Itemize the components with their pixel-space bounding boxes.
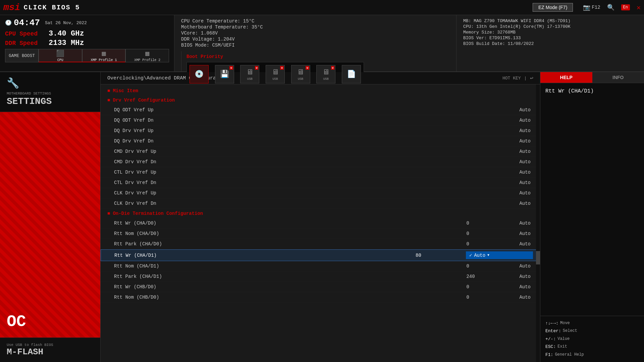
- dq-drv-up-row[interactable]: DQ Drv Vref Up Auto: [101, 126, 540, 136]
- language-selector[interactable]: En: [621, 4, 630, 10]
- cpu-icon: ⬛: [56, 49, 64, 58]
- ez-mode-button[interactable]: EZ Mode (F7): [533, 3, 573, 12]
- dq-drv-dn-row[interactable]: DQ Drv Vref Dn Auto: [101, 136, 540, 146]
- cmd-drv-dn-row[interactable]: CMD Drv Vref Dn Auto: [101, 157, 540, 167]
- oc-background: [0, 112, 100, 338]
- key-value: +/-: Value: [545, 335, 639, 343]
- breadcrumb: Overclocking\Advanced DRAM Configuration: [107, 75, 228, 81]
- rtt-wr-chb-d0-row[interactable]: Rtt Wr (CHB/D0) 0 Auto: [101, 282, 540, 292]
- bios-date-line: BIOS Build Date: 11/08/2022: [463, 41, 637, 46]
- help-panel: HELP INFO Rtt Wr (CHA/D1) ↑↓←→: Move Ent…: [540, 72, 644, 362]
- usb4-icon: 🖥: [322, 68, 330, 77]
- dq-odt-up-row[interactable]: DQ ODT Vref Up Auto: [101, 105, 540, 115]
- auto-dropdown[interactable]: ✓ Auto ▼: [466, 251, 533, 259]
- dropdown-checkmark: ✓: [469, 252, 472, 258]
- mb-info-line: MB: MAG Z790 TOMAHAWK WIFI DDR4 (MS-7D91…: [463, 18, 637, 23]
- cpu-speed-label: CPU Speed: [5, 31, 45, 37]
- xmp1-profile-button[interactable]: ▦ XMP Profile 1: [82, 49, 126, 62]
- close-icon[interactable]: ✕: [637, 3, 641, 12]
- scrollbar[interactable]: [536, 84, 540, 362]
- right-info-panel: MB: MAG Z790 TOMAHAWK WIFI DDR4 (MS-7D91…: [456, 15, 644, 71]
- cpu-speed-value: 3.40 GHz: [49, 29, 84, 38]
- settings-icon: 🔧: [7, 77, 94, 89]
- file-icon: 📄: [347, 70, 356, 79]
- cpu-profile-button[interactable]: ⬛ CPU: [39, 49, 82, 62]
- boot-device-file[interactable]: 📄: [342, 65, 361, 83]
- rtt-park-cha-d1-row[interactable]: Rtt Park (CHA/D1) 240 Auto: [101, 272, 540, 282]
- ddr-speed-value: 2133 MHz: [49, 39, 84, 47]
- boot-device-dvd[interactable]: 💿: [190, 65, 209, 83]
- rtt-nom-cha-d1-row[interactable]: Rtt Nom (CHA/D1) 0 Auto: [101, 261, 540, 272]
- dvd-icon: 💿: [195, 70, 204, 79]
- sidebar: 🔧 Motherboard settings SETTINGS OC Use U…: [0, 72, 101, 362]
- drv-section-header[interactable]: ■ Drv Vref Configuration: [101, 96, 540, 105]
- cpu-speed-row: CPU Speed 3.40 GHz: [5, 29, 169, 38]
- scroll-thumb[interactable]: [536, 251, 540, 264]
- cpu-info-line: CPU: 13th Gen Intel(R) Core(TM) i7-13700…: [463, 24, 637, 29]
- sidebar-item-mflash[interactable]: Use USB to flash BIOS M-FLASH: [0, 338, 100, 362]
- key-move: ↑↓←→: Move: [545, 319, 639, 327]
- cmd-drv-up-row[interactable]: CMD Drv Vref Up Auto: [101, 146, 540, 157]
- game-boost-label: GAME BOOST: [5, 49, 39, 62]
- key-enter: Enter: Select: [545, 327, 639, 335]
- misc-section-header[interactable]: ■ Misc Item: [101, 86, 540, 96]
- xmp2-profile-button[interactable]: ▦ XMP Profile 2: [125, 49, 169, 62]
- screenshot-icon[interactable]: 📷 F12: [583, 4, 600, 11]
- ctl-drv-dn-row[interactable]: CTL Drv Vref Dn Auto: [101, 178, 540, 188]
- top-right-controls: 📷 F12 🔍 En ✕: [583, 3, 641, 12]
- clk-drv-up-row[interactable]: CLK Drv Vref Up Auto: [101, 188, 540, 198]
- sidebar-item-settings[interactable]: 🔧 Motherboard settings SETTINGS: [0, 72, 100, 112]
- dq-odt-dn-row[interactable]: DQ ODT Vref Dn Auto: [101, 115, 540, 126]
- time-row: 🕐 04:47 Sat 26 Nov, 2022: [5, 18, 169, 28]
- xmp1-icon: ▦: [102, 49, 106, 58]
- top-bar: msi CLICK BIOS 5 EZ Mode (F7) 📷 F12 🔍 En…: [0, 0, 644, 15]
- xmp2-icon: ▦: [145, 49, 149, 58]
- help-content: Rtt Wr (CHA/D1): [540, 83, 644, 316]
- bios-title: CLICK BIOS 5: [23, 4, 533, 11]
- hotkey-area: HOT KEY | ↩: [502, 75, 533, 81]
- info-bar: 🕐 04:47 Sat 26 Nov, 2022 CPU Speed 3.40 …: [0, 15, 644, 72]
- sidebar-item-oc[interactable]: OC: [0, 112, 100, 338]
- settings-label: SETTINGS: [7, 96, 94, 107]
- ddr-speed-label: DDR Speed: [5, 40, 45, 47]
- drv-section-title: Drv Vref Configuration: [113, 98, 175, 103]
- ddr-speed-row: DDR Speed 2133 MHz: [5, 39, 169, 47]
- boot-device-usb1[interactable]: 🖥 USB U: [240, 65, 259, 83]
- oc-label: OC: [7, 313, 26, 331]
- clk-drv-dn-row[interactable]: CLK Drv Vref Dn Auto: [101, 198, 540, 209]
- mb-temp-line: Motherboard Temperature: 35°C: [181, 24, 449, 30]
- odt-section-header[interactable]: ■ On-Die Termination Configuration: [101, 209, 540, 218]
- info-tab-button[interactable]: INFO: [592, 72, 644, 83]
- rtt-wr-cha-d1-row[interactable]: Rtt Wr (CHA/D1) 80 ✓ Auto ▼: [101, 249, 540, 261]
- ctl-drv-up-row[interactable]: CTL Drv Vref Up Auto: [101, 167, 540, 178]
- back-button[interactable]: ↩: [530, 75, 533, 81]
- rtt-nom-cha-d0-row[interactable]: Rtt Nom (CHA/D0) 0 Auto: [101, 229, 540, 239]
- dropdown-value: Auto: [474, 253, 485, 258]
- clock-display: 🕐 04:47: [5, 18, 40, 28]
- boot-device-hdd[interactable]: 💾 U: [215, 65, 234, 83]
- ddr-voltage-line: DDR Voltage: 1.204V: [181, 37, 449, 42]
- help-tab-button[interactable]: HELP: [540, 72, 592, 83]
- usb3-icon: 🖥: [297, 68, 304, 77]
- cpu-temp-line: CPU Core Temperature: 15°C: [181, 18, 449, 24]
- main-area: 🔧 Motherboard settings SETTINGS OC Use U…: [0, 72, 644, 362]
- vcore-line: VCore: 1.068V: [181, 31, 449, 36]
- clock-icon: 🕐: [5, 19, 12, 26]
- bios-ver-line: BIOS Ver: E7D91IMS.133: [463, 36, 637, 41]
- rtt-nom-chb-d0-row[interactable]: Rtt Nom (CHB/D0) 0 Auto: [101, 292, 540, 303]
- settings-table: ■ Misc Item ■ Drv Vref Configuration DQ …: [101, 84, 540, 362]
- boot-device-usb4[interactable]: 🖥 USB U: [316, 65, 335, 83]
- search-icon[interactable]: 🔍: [607, 4, 614, 11]
- dropdown-arrow-icon: ▼: [487, 253, 489, 257]
- misc-section-title: Misc Item: [113, 88, 138, 94]
- mflash-sublabel: Use USB to flash BIOS: [7, 343, 94, 347]
- boot-device-usb2[interactable]: 🖥 USB U: [266, 65, 285, 83]
- mid-info-panel: CPU Core Temperature: 15°C Motherboard T…: [174, 15, 456, 71]
- boot-device-usb3[interactable]: 🖥 USB U: [291, 65, 310, 83]
- memory-info-line: Memory Size: 32768MB: [463, 30, 637, 35]
- usb1-icon: 🖥: [246, 68, 254, 77]
- rtt-wr-cha-d0-row[interactable]: Rtt Wr (CHA/D0) 0 Auto: [101, 218, 540, 229]
- rtt-park-cha-d0-row[interactable]: Rtt Park (CHA/D0) 0 Auto: [101, 239, 540, 249]
- msi-logo: msi: [3, 2, 20, 13]
- left-info-panel: 🕐 04:47 Sat 26 Nov, 2022 CPU Speed 3.40 …: [0, 15, 174, 71]
